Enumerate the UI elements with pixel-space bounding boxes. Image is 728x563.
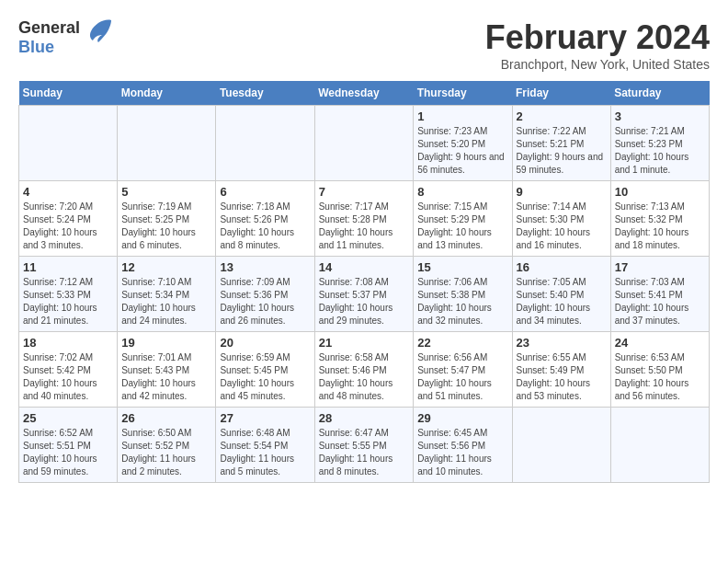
day-number: 20 xyxy=(220,336,310,350)
day-number: 3 xyxy=(615,109,705,123)
calendar-cell: 7Sunrise: 7:17 AMSunset: 5:28 PMDaylight… xyxy=(314,181,414,257)
calendar-cell: 19Sunrise: 7:01 AMSunset: 5:43 PMDayligh… xyxy=(118,332,216,408)
day-number: 11 xyxy=(23,260,113,274)
calendar-week-row: 18Sunrise: 7:02 AMSunset: 5:42 PMDayligh… xyxy=(19,332,710,408)
day-info: Sunrise: 7:01 AMSunset: 5:43 PMDaylight:… xyxy=(121,351,211,403)
day-info: Sunrise: 7:06 AMSunset: 5:38 PMDaylight:… xyxy=(417,276,507,327)
calendar-cell: 4Sunrise: 7:20 AMSunset: 5:24 PMDaylight… xyxy=(19,181,118,257)
calendar-cell: 14Sunrise: 7:08 AMSunset: 5:37 PMDayligh… xyxy=(314,257,414,332)
day-info: Sunrise: 7:18 AMSunset: 5:26 PMDaylight:… xyxy=(220,201,310,252)
day-number: 22 xyxy=(417,336,507,350)
day-number: 5 xyxy=(121,185,211,199)
day-number: 10 xyxy=(615,185,705,199)
logo: GeneralBlue xyxy=(18,18,113,57)
calendar-header-row: SundayMondayTuesdayWednesdayThursdayFrid… xyxy=(19,81,710,106)
title-section: February 2024 Branchport, New York, Unit… xyxy=(485,18,710,72)
day-number: 19 xyxy=(121,336,211,350)
day-info: Sunrise: 7:14 AMSunset: 5:30 PMDaylight:… xyxy=(517,201,607,252)
calendar-cell: 8Sunrise: 7:15 AMSunset: 5:29 PMDaylight… xyxy=(414,181,512,257)
day-number: 21 xyxy=(319,336,410,350)
day-number: 28 xyxy=(319,411,410,425)
calendar-cell: 25Sunrise: 6:52 AMSunset: 5:51 PMDayligh… xyxy=(19,408,118,483)
calendar-cell: 5Sunrise: 7:19 AMSunset: 5:25 PMDaylight… xyxy=(118,181,216,257)
day-info: Sunrise: 6:50 AMSunset: 5:52 PMDaylight:… xyxy=(121,427,211,478)
calendar-cell: 27Sunrise: 6:48 AMSunset: 5:54 PMDayligh… xyxy=(216,408,314,483)
day-info: Sunrise: 7:02 AMSunset: 5:42 PMDaylight:… xyxy=(23,351,113,403)
day-info: Sunrise: 6:55 AMSunset: 5:49 PMDaylight:… xyxy=(517,351,607,403)
day-number: 8 xyxy=(417,185,507,199)
column-header-monday: Monday xyxy=(118,81,216,106)
column-header-tuesday: Tuesday xyxy=(216,81,314,106)
calendar-cell: 23Sunrise: 6:55 AMSunset: 5:49 PMDayligh… xyxy=(512,332,610,408)
day-number: 12 xyxy=(121,260,211,274)
day-info: Sunrise: 7:08 AMSunset: 5:37 PMDaylight:… xyxy=(319,276,410,327)
day-info: Sunrise: 7:15 AMSunset: 5:29 PMDaylight:… xyxy=(417,201,507,252)
logo-bird-icon xyxy=(85,17,113,51)
day-number: 1 xyxy=(417,109,507,123)
calendar-table: SundayMondayTuesdayWednesdayThursdayFrid… xyxy=(18,81,710,483)
location-label: Branchport, New York, United States xyxy=(485,57,710,72)
day-number: 26 xyxy=(121,411,211,425)
calendar-cell xyxy=(512,408,610,483)
day-info: Sunrise: 7:22 AMSunset: 5:21 PMDaylight:… xyxy=(517,125,607,177)
page-header: GeneralBlue February 2024 Branchport, Ne… xyxy=(18,18,710,72)
month-title: February 2024 xyxy=(485,18,710,57)
calendar-cell: 12Sunrise: 7:10 AMSunset: 5:34 PMDayligh… xyxy=(118,257,216,332)
day-info: Sunrise: 6:53 AMSunset: 5:50 PMDaylight:… xyxy=(615,351,705,403)
day-info: Sunrise: 7:19 AMSunset: 5:25 PMDaylight:… xyxy=(121,201,211,252)
day-info: Sunrise: 7:12 AMSunset: 5:33 PMDaylight:… xyxy=(23,276,113,327)
calendar-cell: 6Sunrise: 7:18 AMSunset: 5:26 PMDaylight… xyxy=(216,181,314,257)
calendar-week-row: 1Sunrise: 7:23 AMSunset: 5:20 PMDaylight… xyxy=(19,106,710,181)
calendar-cell: 28Sunrise: 6:47 AMSunset: 5:55 PMDayligh… xyxy=(314,408,414,483)
day-number: 24 xyxy=(615,336,705,350)
calendar-cell xyxy=(19,106,118,181)
day-info: Sunrise: 7:23 AMSunset: 5:20 PMDaylight:… xyxy=(417,125,507,177)
day-info: Sunrise: 6:45 AMSunset: 5:56 PMDaylight:… xyxy=(417,427,507,478)
calendar-cell: 18Sunrise: 7:02 AMSunset: 5:42 PMDayligh… xyxy=(19,332,118,408)
day-info: Sunrise: 6:56 AMSunset: 5:47 PMDaylight:… xyxy=(417,351,507,403)
calendar-cell: 17Sunrise: 7:03 AMSunset: 5:41 PMDayligh… xyxy=(610,257,709,332)
day-info: Sunrise: 7:05 AMSunset: 5:40 PMDaylight:… xyxy=(517,276,607,327)
day-info: Sunrise: 7:10 AMSunset: 5:34 PMDaylight:… xyxy=(121,276,211,327)
column-header-wednesday: Wednesday xyxy=(314,81,414,106)
day-info: Sunrise: 6:47 AMSunset: 5:55 PMDaylight:… xyxy=(319,427,410,478)
day-info: Sunrise: 6:58 AMSunset: 5:46 PMDaylight:… xyxy=(319,351,410,403)
day-info: Sunrise: 7:13 AMSunset: 5:32 PMDaylight:… xyxy=(615,201,705,252)
column-header-sunday: Sunday xyxy=(19,81,118,106)
day-info: Sunrise: 6:59 AMSunset: 5:45 PMDaylight:… xyxy=(220,351,310,403)
calendar-week-row: 25Sunrise: 6:52 AMSunset: 5:51 PMDayligh… xyxy=(19,408,710,483)
day-number: 29 xyxy=(417,411,507,425)
day-info: Sunrise: 7:20 AMSunset: 5:24 PMDaylight:… xyxy=(23,201,113,252)
day-info: Sunrise: 7:21 AMSunset: 5:23 PMDaylight:… xyxy=(615,125,705,177)
calendar-cell xyxy=(610,408,709,483)
calendar-cell: 11Sunrise: 7:12 AMSunset: 5:33 PMDayligh… xyxy=(19,257,118,332)
day-info: Sunrise: 7:03 AMSunset: 5:41 PMDaylight:… xyxy=(615,276,705,327)
day-number: 13 xyxy=(220,260,310,274)
column-header-saturday: Saturday xyxy=(610,81,709,106)
calendar-cell: 24Sunrise: 6:53 AMSunset: 5:50 PMDayligh… xyxy=(610,332,709,408)
day-info: Sunrise: 6:48 AMSunset: 5:54 PMDaylight:… xyxy=(220,427,310,478)
calendar-cell: 9Sunrise: 7:14 AMSunset: 5:30 PMDaylight… xyxy=(512,181,610,257)
calendar-cell: 16Sunrise: 7:05 AMSunset: 5:40 PMDayligh… xyxy=(512,257,610,332)
day-number: 7 xyxy=(319,185,410,199)
calendar-cell: 3Sunrise: 7:21 AMSunset: 5:23 PMDaylight… xyxy=(610,106,709,181)
calendar-cell: 2Sunrise: 7:22 AMSunset: 5:21 PMDaylight… xyxy=(512,106,610,181)
day-number: 2 xyxy=(517,109,607,123)
calendar-cell: 22Sunrise: 6:56 AMSunset: 5:47 PMDayligh… xyxy=(414,332,512,408)
calendar-cell: 29Sunrise: 6:45 AMSunset: 5:56 PMDayligh… xyxy=(414,408,512,483)
day-number: 18 xyxy=(23,336,113,350)
column-header-thursday: Thursday xyxy=(414,81,512,106)
calendar-week-row: 11Sunrise: 7:12 AMSunset: 5:33 PMDayligh… xyxy=(19,257,710,332)
day-number: 4 xyxy=(23,185,113,199)
calendar-cell: 10Sunrise: 7:13 AMSunset: 5:32 PMDayligh… xyxy=(610,181,709,257)
day-number: 27 xyxy=(220,411,310,425)
day-info: Sunrise: 6:52 AMSunset: 5:51 PMDaylight:… xyxy=(23,427,113,478)
day-number: 23 xyxy=(517,336,607,350)
calendar-week-row: 4Sunrise: 7:20 AMSunset: 5:24 PMDaylight… xyxy=(19,181,710,257)
logo-text: GeneralBlue xyxy=(18,18,80,56)
logo-blue-text: Blue xyxy=(18,38,54,56)
day-number: 16 xyxy=(517,260,607,274)
calendar-cell: 13Sunrise: 7:09 AMSunset: 5:36 PMDayligh… xyxy=(216,257,314,332)
calendar-cell: 1Sunrise: 7:23 AMSunset: 5:20 PMDaylight… xyxy=(414,106,512,181)
day-number: 14 xyxy=(319,260,410,274)
